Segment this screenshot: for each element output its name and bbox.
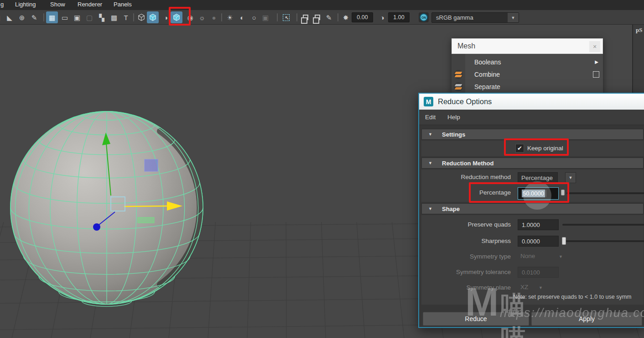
sharpness-slider-track[interactable] <box>564 240 644 242</box>
smooth-shade-button[interactable] <box>147 11 159 23</box>
apply-button[interactable]: Apply <box>531 312 642 326</box>
menu-item-combine[interactable]: Combine <box>452 69 603 81</box>
viewport-toolbar: ▮ ◣ ⊕ ✎ ▦ ▭ ▣ ▢ ▚ ▩ T ◗ ◉ ☼ ● ☀ ◐ ○ ▣ ↖ <box>0 10 644 25</box>
z-axis-cone[interactable] <box>93 223 100 231</box>
colorspace-value: sRGB gamma <box>432 14 508 21</box>
menu-item-booleans[interactable]: Booleans ▶ <box>452 56 603 69</box>
paint-select-button[interactable]: ✎ <box>323 11 335 23</box>
menu-lighting[interactable]: Lighting <box>15 1 36 8</box>
colorspace-dropdown[interactable]: sRGB gamma ▼ <box>431 12 519 23</box>
menu-panels[interactable]: Panels <box>114 1 132 8</box>
menu-help[interactable]: Help <box>447 114 460 121</box>
submenu-arrow-icon: ▶ <box>595 59 598 64</box>
option-box-icon[interactable] <box>593 71 599 78</box>
menu-item-label: Separate <box>474 83 500 90</box>
reduce-button[interactable]: Reduce <box>423 312 529 326</box>
chevron-down-icon: ▼ <box>569 175 573 180</box>
close-icon[interactable]: ✕ <box>589 41 600 52</box>
shadows-button[interactable]: ● <box>208 11 220 23</box>
isolate-select-button[interactable] <box>300 11 312 23</box>
ambient-occlusion-button[interactable]: ◐ <box>236 11 248 23</box>
gamma-field[interactable]: 1.00 <box>388 12 410 22</box>
symmetry-plane-label: Symmetry plane <box>424 284 511 291</box>
gate-mask-button[interactable]: ▢ <box>83 11 95 23</box>
highlight-box-percentage <box>469 182 569 203</box>
curve-tool-icon[interactable]: ✎ <box>28 11 40 23</box>
film-gate-button[interactable]: ▭ <box>59 11 71 23</box>
mesh-menu-body: Booleans ▶ Combine Separate <box>452 54 603 93</box>
plane-handle-2[interactable] <box>138 217 154 223</box>
menu-show[interactable]: Show <box>50 1 65 8</box>
chevron-down-icon: ▼ <box>539 285 543 290</box>
multisample-button[interactable]: ▣ <box>260 11 271 23</box>
toolbar-separator <box>296 13 297 21</box>
x-axis-handle[interactable] <box>124 206 168 206</box>
symmetry-plane-dropdown[interactable]: XZ ▼ <box>518 282 550 293</box>
exposure-icon[interactable]: ✸ <box>340 11 352 23</box>
menu-item-separate[interactable]: Separate <box>452 81 603 93</box>
dialog-titlebar[interactable]: M Reduce Options <box>419 94 644 110</box>
collapse-arrow-icon: ▼ <box>428 132 432 137</box>
sharpness-field[interactable]: 0.0000 <box>518 236 559 247</box>
lighting-toggle-button[interactable]: ☼ <box>196 11 208 23</box>
colorspace-on-toggle[interactable]: ON <box>419 12 429 22</box>
reduce-options-dialog: M Reduce Options Edit Help ▼ Settings ✔ … <box>418 93 644 328</box>
symmetry-tolerance-field[interactable]: 0.0100 <box>518 267 559 278</box>
mesh-menu-title: Mesh <box>457 42 475 50</box>
isolate-selected-button[interactable] <box>312 11 323 23</box>
section-header-reduction-method[interactable]: ▼ Reduction Method <box>421 158 644 169</box>
collapse-arrow-icon: ▼ <box>428 206 432 211</box>
field-value: 1.0000 <box>522 222 540 228</box>
select-cursor-icon: ↖ <box>283 14 290 21</box>
mesh-menu: Mesh ✕ Booleans ▶ Combine Separate <box>452 38 603 93</box>
dialog-menubar: Edit Help <box>419 110 644 125</box>
plane-handle[interactable] <box>145 159 158 171</box>
reduction-method-dropdown-arrow[interactable]: ▼ <box>565 172 576 183</box>
panel-menubar: g Lighting Show Renderer Panels <box>0 0 644 10</box>
toolbar-separator <box>43 13 44 21</box>
menu-item-label: Booleans <box>474 58 501 66</box>
safe-action-button[interactable]: ▩ <box>108 11 120 23</box>
highlight-box-keep-original <box>504 138 569 156</box>
symmetry-type-dropdown[interactable]: None ▼ <box>518 251 568 262</box>
dropdown-value: None <box>520 253 535 259</box>
dialog-title: Reduce Options <box>438 97 492 106</box>
symmetry-tolerance-label: Symmetry tolerance <box>424 269 511 275</box>
section-body-shape: Preserve quads 1.0000 Sharpness 0.0000 S… <box>421 215 644 305</box>
dialog-note: Note: set preserve quads to < 1.0 to use… <box>513 294 644 300</box>
field-value: 0.0000 <box>522 238 540 245</box>
sharpness-label: Sharpness <box>424 238 511 244</box>
wireframe-display-button[interactable] <box>135 11 147 23</box>
lighting-mode-icon[interactable]: ◣ <box>4 11 16 23</box>
grid-toggle-button[interactable]: ▦ <box>46 11 58 23</box>
section-title: Reduction Method <box>442 160 493 167</box>
menu-renderer[interactable]: Renderer <box>78 1 102 8</box>
preserve-quads-field[interactable]: 1.0000 <box>518 219 559 230</box>
collapse-arrow-icon: ▼ <box>428 161 432 165</box>
anti-aliasing-button[interactable]: ○ <box>248 11 260 23</box>
symmetry-type-label: Symmetry type <box>424 253 511 260</box>
exposure-field[interactable]: 0.00 <box>352 12 373 22</box>
reduction-method-label: Reduction method <box>424 174 511 180</box>
contrast-icon[interactable]: ◑ <box>376 11 388 23</box>
menu-item-label: Combine <box>474 71 500 78</box>
preserve-quads-label: Preserve quads <box>424 221 511 228</box>
toolbar-separator <box>221 13 222 21</box>
maya-logo-icon: M <box>424 97 433 106</box>
sharpness-slider-handle[interactable] <box>562 237 566 245</box>
track-zoom-icon[interactable]: ⊕ <box>16 11 28 23</box>
separate-icon <box>454 82 463 91</box>
preserve-quads-slider-track[interactable] <box>562 224 644 226</box>
combine-icon <box>454 70 463 79</box>
mesh-menu-header[interactable]: Mesh ✕ <box>452 38 603 54</box>
safe-title-button[interactable]: T <box>120 11 132 23</box>
resolution-gate-button[interactable]: ▣ <box>71 11 83 23</box>
field-chart-button[interactable]: ▚ <box>96 11 108 23</box>
select-tool-button[interactable]: ↖ <box>280 11 292 23</box>
percentage-slider-track[interactable] <box>566 192 644 194</box>
isolate-select-icon <box>303 15 308 20</box>
menu-shading-partial[interactable]: g <box>0 1 4 8</box>
section-title: Settings <box>442 131 465 138</box>
menu-edit[interactable]: Edit <box>425 114 436 121</box>
use-all-lights-button[interactable]: ☀ <box>224 11 236 23</box>
